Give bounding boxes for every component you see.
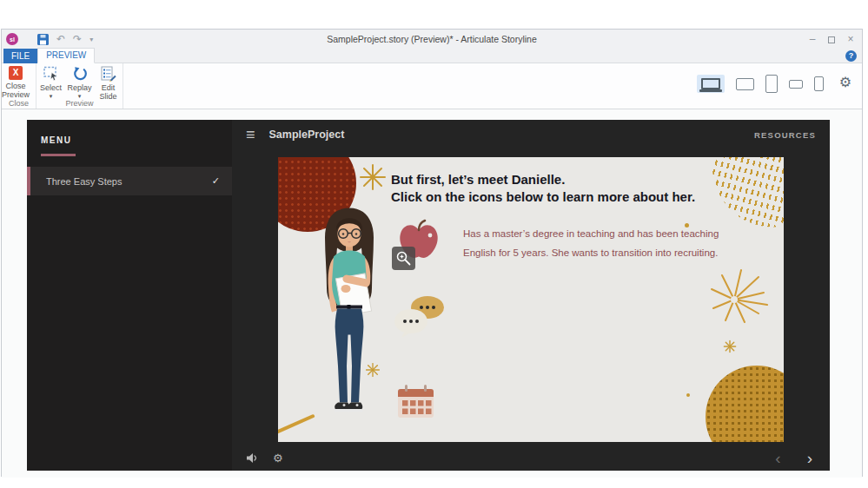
maximize-button[interactable] [822,30,841,49]
device-laptop-button[interactable] [697,75,725,93]
deco-starburst-icon [708,267,771,329]
close-group-label: Close [2,99,36,108]
ribbon-group-preview: Select ▾ Replay ▾ [36,63,123,109]
redo-icon[interactable]: ↷ [73,34,82,44]
edit-slide-label: Edit Slide [95,83,123,101]
zoom-picture-button[interactable] [392,247,415,270]
slide-body-text: Has a master’s degree in teaching and ha… [463,225,719,262]
ribbon-tabs: FILE PREVIEW ? [2,49,862,63]
select-button[interactable]: Select ▾ [37,66,65,100]
storyline-logo-icon: sl [6,33,18,45]
ribbon: X Close Preview Close Select ▾ [2,63,862,109]
resources-link[interactable]: RESOURCES [754,130,816,140]
select-icon [43,66,59,82]
player-settings-gear-icon[interactable]: ⚙ [273,452,283,464]
deco-sparkle-icon [358,162,388,192]
previous-slide-button[interactable]: ‹ [775,450,780,466]
volume-icon[interactable] [246,452,259,464]
deco-gold-dash-patch [706,157,784,232]
help-button[interactable]: ? [845,50,857,62]
qat-dropdown-icon[interactable]: ▾ [89,36,93,43]
player-sidebar: MENU Three Easy Steps ✓ [27,120,232,471]
phone-portrait-icon [814,76,824,91]
deco-mustard-dotted-circle [706,366,784,442]
slide-heading-line1: But first, let’s meet Danielle. [391,171,695,188]
menu-accent-bar [41,154,76,156]
maximize-icon [828,36,835,43]
project-title: SampleProject [269,129,345,141]
screen: sl ↶ ↷ ▾ SampleProject.story (Preview)* … [0,0,868,488]
menu-title: MENU [41,135,232,145]
slide-stage: But first, let’s meet Danielle. Click on… [232,149,830,445]
tablet-portrait-icon [765,75,778,93]
slide-body-line1: Has a master’s degree in teaching and ha… [463,225,719,244]
menu-item-label: Three Easy Steps [46,176,212,187]
window-controls: – × [803,30,860,49]
quick-access-toolbar: ↶ ↷ ▾ [37,34,93,45]
ribbon-group-close: X Close Preview Close [2,63,36,109]
storyline-window: sl ↶ ↷ ▾ SampleProject.story (Preview)* … [1,29,863,477]
minimize-button[interactable]: – [803,30,822,49]
save-icon[interactable] [37,34,49,45]
phone-landscape-icon [789,80,803,89]
device-phone-portrait-button[interactable] [814,76,824,91]
next-slide-button[interactable]: › [807,450,812,466]
danielle-character-illustration [306,201,393,422]
edit-slide-button[interactable]: Edit Slide [95,66,123,101]
device-tablet-landscape-button[interactable] [736,78,754,90]
replay-button[interactable]: Replay ▾ [66,66,94,100]
calendar-icon[interactable] [396,383,435,420]
slide-heading-line2: Click on the icons below to learn more a… [391,188,695,206]
slide: But first, let’s meet Danielle. Click on… [278,157,784,442]
device-phone-landscape-button[interactable] [789,80,803,89]
check-icon: ✓ [212,175,220,187]
player-footer: ⚙ ‹ › [232,445,830,471]
close-window-button[interactable]: × [841,30,860,49]
preview-group-label: Preview [36,99,123,108]
close-preview-icon: X [9,66,23,80]
device-preview-switcher [697,75,824,93]
deco-gold-dot [686,393,690,397]
player-header: ≡ SampleProject RESOURCES [232,120,830,149]
titlebar: sl ↶ ↷ ▾ SampleProject.story (Preview)* … [2,30,862,49]
replay-icon [72,66,88,82]
player-main: ≡ SampleProject RESOURCES [232,120,830,471]
tab-preview[interactable]: PREVIEW [37,48,95,63]
menu-item-three-easy-steps[interactable]: Three Easy Steps ✓ [27,167,232,195]
slide-body-line2: English for 5 years. She wants to transi… [463,244,719,263]
device-tablet-portrait-button[interactable] [765,75,778,93]
tablet-landscape-icon [736,78,754,90]
deco-sparkle-icon [723,340,737,353]
laptop-icon [701,78,720,89]
tab-file[interactable]: FILE [3,49,37,63]
window-title: SampleProject.story (Preview)* - Articul… [2,34,862,44]
replay-label: Replay [67,83,91,92]
select-label: Select [40,83,62,92]
edit-slide-icon [101,66,116,82]
speech-bubbles-icon[interactable] [394,294,446,338]
slide-heading: But first, let’s meet Danielle. Click on… [391,171,695,206]
storyline-player: MENU Three Easy Steps ✓ ≡ SampleProject … [27,120,830,471]
preview-settings-gear-icon[interactable]: ⚙ [839,76,851,89]
close-preview-label: Close Preview [2,82,30,99]
preview-area: MENU Three Easy Steps ✓ ≡ SampleProject … [2,109,862,478]
close-preview-button[interactable]: X Close Preview [2,66,30,99]
undo-icon[interactable]: ↶ [56,34,65,44]
hamburger-icon[interactable]: ≡ [246,127,255,142]
